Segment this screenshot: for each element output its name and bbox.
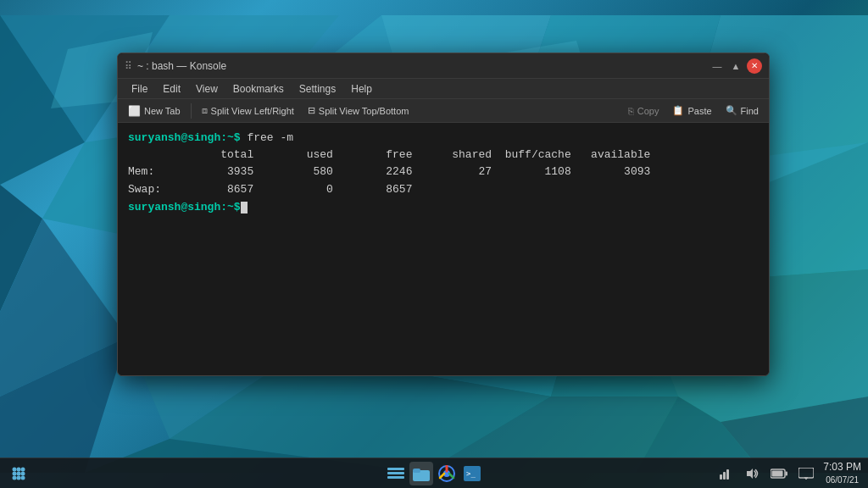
split-lr-button[interactable]: ⧈ Split View Left/Right [197, 103, 299, 118]
prompt-1: suryansh@singh:~$ [128, 131, 241, 144]
battery-svg-icon [771, 469, 787, 479]
toolbar-right: ⎘ Copy 📋 Paste 🔍 Find [623, 103, 764, 118]
maximize-button[interactable]: ▲ [728, 58, 743, 74]
window-title: ~ : bash — Konsole [137, 60, 226, 72]
split-tb-button[interactable]: ⊟ Split View Top/Bottom [303, 103, 415, 118]
new-tab-button[interactable]: ⬜ New Tab [123, 103, 186, 119]
terminal-taskbar-icon[interactable]: >_ [460, 462, 484, 485]
taskbar-center: >_ [384, 462, 484, 485]
menu-bookmarks[interactable]: Bookmarks [226, 81, 291, 97]
copy-icon: ⎘ [628, 106, 634, 116]
menu-view[interactable]: View [189, 81, 225, 97]
svg-point-28 [21, 467, 25, 471]
svg-point-32 [13, 475, 17, 480]
svg-rect-45 [723, 472, 726, 480]
svg-rect-50 [772, 470, 783, 476]
taskbar-right: 7:03 PM 06/07/21 [713, 461, 868, 485]
title-bar-left: ⠿ ~ : bash — Konsole [125, 60, 226, 72]
menu-edit[interactable]: Edit [156, 81, 187, 97]
clock-area[interactable]: 7:03 PM 06/07/21 [823, 461, 861, 485]
filemanager-taskbar-icon[interactable] [409, 462, 433, 485]
svg-rect-35 [387, 468, 404, 470]
toolbar-separator [191, 103, 192, 119]
minimize-button[interactable]: — [709, 58, 725, 74]
svg-marker-47 [747, 469, 753, 479]
chrome-icon [438, 465, 455, 482]
svg-point-34 [21, 475, 25, 480]
menu-bar: File Edit View Bookmarks Settings Help [118, 79, 769, 99]
find-button[interactable]: 🔍 Find [721, 103, 764, 118]
svg-text:>_: >_ [466, 469, 476, 478]
svg-rect-49 [786, 471, 788, 475]
cursor [241, 202, 248, 214]
toolbar: ⬜ New Tab ⧈ Split View Left/Right ⊟ Spli… [118, 99, 769, 123]
clock-date: 06/07/21 [826, 474, 859, 485]
menu-help[interactable]: Help [344, 81, 379, 97]
svg-rect-44 [720, 474, 722, 480]
chrome-taskbar-icon[interactable] [435, 462, 459, 485]
split-lr-icon: ⧈ [202, 105, 208, 116]
title-bar-controls: — ▲ ✕ [709, 58, 762, 74]
command-text: free -m [241, 131, 293, 144]
paste-button[interactable]: 📋 Paste [667, 103, 716, 118]
volume-svg-icon [745, 468, 759, 480]
grid-icon [11, 466, 26, 481]
terminal-line-1: suryansh@singh:~$ free -m [128, 130, 759, 147]
taskmanager-icon [387, 467, 404, 480]
svg-point-31 [21, 471, 25, 475]
drag-handle-icon: ⠿ [125, 60, 132, 72]
terminal-output-swap: Swap: 8657 0 8657 [128, 181, 759, 199]
close-button[interactable]: ✕ [747, 58, 762, 74]
system-tray [713, 462, 818, 485]
prompt-2: suryansh@singh:~$ [128, 201, 241, 214]
new-tab-icon: ⬜ [128, 105, 141, 117]
menu-settings[interactable]: Settings [292, 81, 342, 97]
svg-rect-37 [387, 476, 404, 479]
find-icon: 🔍 [726, 105, 737, 116]
folder-icon [413, 466, 430, 481]
menu-file[interactable]: File [125, 81, 154, 97]
svg-point-30 [17, 471, 21, 475]
battery-icon[interactable] [767, 462, 791, 485]
taskbar: >_ [0, 458, 868, 488]
display-svg-icon [798, 468, 814, 480]
svg-point-27 [17, 467, 21, 471]
svg-rect-51 [798, 468, 814, 478]
taskmanager-taskbar-icon[interactable] [384, 462, 408, 485]
terminal-content[interactable]: suryansh@singh:~$ free -m total used fre… [118, 123, 769, 375]
network-icon[interactable] [713, 462, 737, 485]
display-icon[interactable] [794, 462, 818, 485]
network-svg-icon [718, 468, 732, 480]
terminal-output-header: total used free shared buff/cache availa… [128, 147, 759, 164]
svg-point-26 [13, 467, 17, 471]
svg-rect-36 [387, 472, 404, 474]
paste-icon: 📋 [672, 105, 684, 116]
svg-point-33 [17, 475, 21, 480]
taskbar-left [0, 462, 31, 485]
copy-button[interactable]: ⎘ Copy [623, 104, 665, 118]
terminal-line-prompt2: suryansh@singh:~$ [128, 199, 759, 216]
apps-menu-icon[interactable] [7, 462, 31, 485]
volume-icon[interactable] [740, 462, 764, 485]
split-tb-icon: ⊟ [308, 105, 315, 116]
terminal-icon: >_ [464, 466, 481, 481]
svg-rect-46 [726, 469, 729, 480]
terminal-output-mem: Mem: 3935 580 2246 27 1108 3093 [128, 164, 759, 181]
clock-time: 7:03 PM [823, 461, 861, 474]
konsole-window: ⠿ ~ : bash — Konsole — ▲ ✕ File Edit Vie… [117, 53, 770, 376]
svg-rect-39 [413, 469, 420, 473]
svg-point-29 [13, 471, 17, 475]
title-bar: ⠿ ~ : bash — Konsole — ▲ ✕ [118, 53, 769, 79]
